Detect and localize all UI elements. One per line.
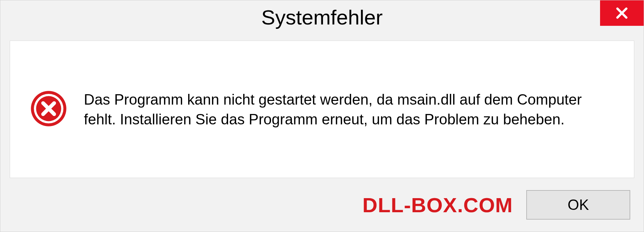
watermark-text: DLL-BOX.COM bbox=[363, 193, 513, 217]
titlebar: Systemfehler bbox=[0, 0, 644, 34]
content-area: Das Programm kann nicht gestartet werden… bbox=[10, 41, 634, 178]
error-icon bbox=[30, 90, 67, 128]
dialog-footer: DLL-BOX.COM OK bbox=[0, 178, 644, 232]
error-dialog: Systemfehler Das Programm kann nicht ges… bbox=[0, 0, 644, 232]
ok-button[interactable]: OK bbox=[526, 190, 630, 220]
dialog-title: Systemfehler bbox=[261, 5, 383, 29]
close-icon bbox=[615, 6, 629, 20]
close-button[interactable] bbox=[600, 0, 644, 26]
error-message: Das Programm kann nicht gestartet werden… bbox=[84, 90, 614, 129]
